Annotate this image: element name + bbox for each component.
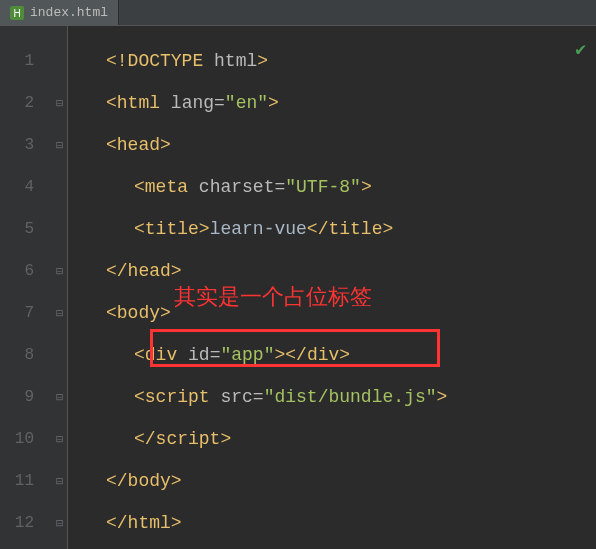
code-line: </script> (78, 418, 596, 460)
fold-marker[interactable]: ⊟ (52, 124, 67, 166)
tab-bar: H index.html (0, 0, 596, 26)
line-number: 9 (0, 376, 52, 418)
line-number: 8 (0, 334, 52, 376)
fold-marker[interactable]: ⊟ (52, 292, 67, 334)
fold-marker[interactable] (52, 166, 67, 208)
line-number: 12 (0, 502, 52, 544)
code-line: <div id="app"></div> (78, 334, 596, 376)
code-area[interactable]: <!DOCTYPE html> <html lang="en"> <head> … (68, 26, 596, 549)
html-file-icon: H (10, 6, 24, 20)
annotation-text: 其实是一个占位标签 (174, 282, 372, 312)
code-line: <head> (78, 124, 596, 166)
fold-marker[interactable]: ⊟ (52, 376, 67, 418)
code-line: <html lang="en"> (78, 82, 596, 124)
line-number: 10 (0, 418, 52, 460)
line-number: 3 (0, 124, 52, 166)
fold-marker[interactable]: ⊟ (52, 418, 67, 460)
line-number: 5 (0, 208, 52, 250)
fold-marker[interactable] (52, 334, 67, 376)
line-number: 7 (0, 292, 52, 334)
line-number: 2 (0, 82, 52, 124)
code-line: <!DOCTYPE html> (78, 40, 596, 82)
fold-marker[interactable]: ⊟ (52, 502, 67, 544)
fold-marker[interactable]: ⊟ (52, 460, 67, 502)
checkmark-icon: ✔ (575, 38, 586, 60)
fold-marker[interactable]: ⊟ (52, 250, 67, 292)
line-number: 11 (0, 460, 52, 502)
code-line: </html> (78, 502, 596, 544)
svg-text:H: H (13, 8, 20, 19)
fold-marker[interactable] (52, 40, 67, 82)
tab-filename: index.html (30, 5, 108, 20)
tab-index-html[interactable]: H index.html (0, 0, 119, 25)
line-number: 4 (0, 166, 52, 208)
code-line: </body> (78, 460, 596, 502)
code-line: <meta charset="UTF-8"> (78, 166, 596, 208)
line-number-gutter: 1 2 3 4 5 6 7 8 9 10 11 12 (0, 26, 52, 549)
fold-marker[interactable]: ⊟ (52, 82, 67, 124)
line-number: 1 (0, 40, 52, 82)
code-line: <script src="dist/bundle.js"> (78, 376, 596, 418)
code-editor[interactable]: 1 2 3 4 5 6 7 8 9 10 11 12 ⊟ ⊟ ⊟ ⊟ ⊟ ⊟ ⊟… (0, 26, 596, 549)
code-line: <title>learn-vue</title> (78, 208, 596, 250)
line-number: 6 (0, 250, 52, 292)
fold-gutter: ⊟ ⊟ ⊟ ⊟ ⊟ ⊟ ⊟ ⊟ (52, 26, 68, 549)
fold-marker[interactable] (52, 208, 67, 250)
